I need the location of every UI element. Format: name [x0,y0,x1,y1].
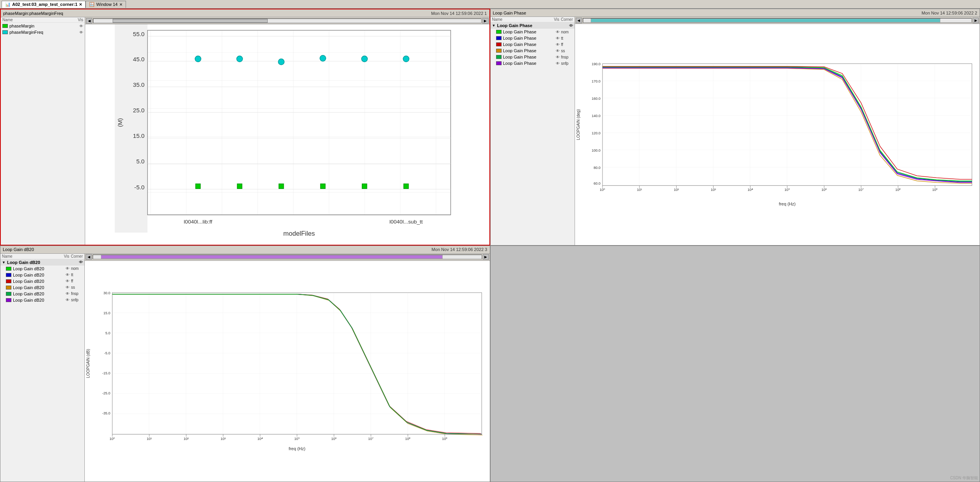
group-label-bl: Loop Gain dB20 [7,260,77,265]
phase-plot-svg: 190.0 170.0 160.0 140.0 120.0 100.0 80.0… [575,24,980,245]
svg-text:5.0: 5.0 [136,158,144,165]
tab-close-window14[interactable]: ✕ [119,2,122,7]
svg-point-23 [361,56,367,62]
scroll-track-bl[interactable] [93,255,482,259]
corner-bl-tt: tt [71,273,83,277]
svg-text:-5.0: -5.0 [134,184,144,191]
panel-tr-scrollbar[interactable]: ◀ ▶ [575,17,980,24]
svg-text:10⁴: 10⁴ [747,188,753,192]
scroll-thumb-bl[interactable] [101,255,443,259]
scroll-left-tl[interactable]: ◀ [86,18,92,24]
svg-point-20 [237,56,243,62]
group-vis-bl[interactable]: 👁 [79,260,83,264]
panel-bl-legend: Name Vis Corner ▼ Loop Gain dB20 👁 Loop … [0,254,85,482]
vis-phasemargin[interactable]: 👁 [79,24,83,28]
label-tr-loop1: Loop Gain Phase [503,29,554,34]
scroll-right-tr[interactable]: ▶ [973,18,979,23]
tab-icon-window: 🪟 [89,2,95,7]
scroll-thumb-tr[interactable] [591,18,940,22]
corner-bl-snfp: snfp [71,298,83,302]
legend-item-phasemarginfreq: phaseMarginFreq 👁 [1,29,85,35]
label-bl-loop3: Loop Gain dB20 [13,279,64,284]
panel-tr-legend: Name Vis Corner ▼ Loop Gain Phase 👁 Loop… [491,17,575,245]
panel-tr-titlebar: Loop Gain Phase Mon Nov 14 12:59:06 2022… [491,9,980,17]
tab-window14[interactable]: 🪟 Window 14 ✕ [86,1,126,8]
label-phasemargin: phaseMargin [9,24,78,28]
vis-tr-fnsp[interactable]: 👁 [556,55,560,59]
svg-text:-15.0: -15.0 [102,371,111,375]
tab-close-a02[interactable]: ✕ [79,2,82,7]
svg-text:10⁴: 10⁴ [257,437,263,441]
svg-text:5.0: 5.0 [106,331,111,335]
corner-tr-snfp: snfp [561,61,573,66]
svg-text:10⁸: 10⁸ [405,437,411,441]
svg-text:10⁶: 10⁶ [331,437,337,441]
vis-tr-tt[interactable]: 👁 [556,36,560,40]
panel-tr-timestamp: Mon Nov 14 12:59:06 2022 2 [922,11,977,15]
label-bl-loop5: Loop Gain dB20 [13,291,64,296]
legend-bl-nom: Loop Gain dB20 👁 nom [0,266,84,272]
svg-rect-39 [602,64,972,185]
panel-tl-scrollbar[interactable]: ◀ ▶ [85,17,489,24]
legend-tr-name-col: Name [492,17,503,22]
vis-tr-ss[interactable]: 👁 [556,49,560,53]
swatch-tr-snfp [496,61,502,65]
tab-a02[interactable]: 📊 A02_test:03_amp_test_corner:1 ✕ [2,1,86,8]
label-tr-loop2: Loop Gain Phase [503,36,554,40]
vis-bl-ss[interactable]: 👁 [66,285,69,290]
panel-phase-margin: phaseMargin:phaseMarginFreq Mon Nov 14 1… [0,9,490,246]
legend-bl-headers: Name Vis Corner [0,254,84,259]
group-vis-tr[interactable]: 👁 [569,24,573,28]
vis-bl-tt[interactable]: 👁 [66,273,69,277]
expand-icon-tr[interactable]: ▼ [492,24,496,27]
panel-bl-chart: ◀ ▶ [85,254,490,482]
svg-text:l0040l...lib:ff: l0040l...lib:ff [184,219,212,225]
scroll-track-tl[interactable] [93,18,482,23]
svg-text:-35.0: -35.0 [102,411,111,415]
gain-plot-svg: 30.0 15.0 5.0 -5.0 -15.0 -25.0 -35.0 LOO… [85,261,490,482]
label-phasemarginfreq: phaseMarginFreq [9,30,78,35]
panel-empty: CSDN 华脑智能 [490,246,980,482]
svg-text:-25.0: -25.0 [102,391,111,395]
svg-text:10¹: 10¹ [147,437,152,441]
legend-bl-fnsp: Loop Gain dB20 👁 fnsp [0,291,84,297]
svg-text:15.0: 15.0 [104,311,111,315]
svg-rect-75 [112,292,482,434]
vis-tr-ff[interactable]: 👁 [556,42,560,47]
panel-loop-gain-phase: Loop Gain Phase Mon Nov 14 12:59:06 2022… [490,9,980,246]
swatch-bl-tt [6,273,11,277]
vis-bl-snfp[interactable]: 👁 [66,298,69,302]
vis-bl-nom[interactable]: 👁 [66,266,69,271]
scroll-thumb-tl[interactable] [113,19,268,23]
svg-text:100.0: 100.0 [591,148,600,152]
tab-label-a02: A02_test:03_amp_test_corner:1 [12,2,77,7]
scroll-track-tr[interactable] [583,18,972,23]
svg-text:10¹: 10¹ [637,188,642,192]
svg-text:10³: 10³ [221,437,226,441]
panel-tr-chart: ◀ ▶ [575,17,980,245]
svg-text:10⁰: 10⁰ [600,188,605,192]
label-bl-loop6: Loop Gain dB20 [13,298,64,302]
svg-text:10⁵: 10⁵ [294,437,300,441]
scroll-left-tr[interactable]: ◀ [576,18,582,23]
label-tr-loop4: Loop Gain Phase [503,48,554,53]
label-tr-loop5: Loop Gain Phase [503,55,554,59]
vis-phasemarginfreq[interactable]: 👁 [79,30,83,35]
vis-tr-snfp[interactable]: 👁 [556,61,560,66]
corner-tr-fnsp: fnsp [561,55,573,59]
corner-bl-ff: ff [71,279,83,283]
svg-text:10⁶: 10⁶ [821,188,827,192]
svg-text:160.0: 160.0 [591,97,600,101]
scroll-right-bl[interactable]: ▶ [483,254,489,260]
vis-bl-fnsp[interactable]: 👁 [66,291,69,296]
panel-bl-scrollbar[interactable]: ◀ ▶ [85,254,490,261]
scroll-right-tl[interactable]: ▶ [482,18,489,24]
corner-tr-ss: ss [561,49,573,53]
vis-bl-ff[interactable]: 👁 [66,279,69,283]
legend-tr-tt: Loop Gain Phase 👁 tt [491,35,575,41]
vis-tr-nom[interactable]: 👁 [556,30,560,34]
svg-text:55.0: 55.0 [133,31,144,37]
legend-tr-group: ▼ Loop Gain Phase 👁 [491,22,575,29]
expand-icon-bl[interactable]: ▼ [2,260,5,264]
scroll-left-bl[interactable]: ◀ [86,254,92,260]
